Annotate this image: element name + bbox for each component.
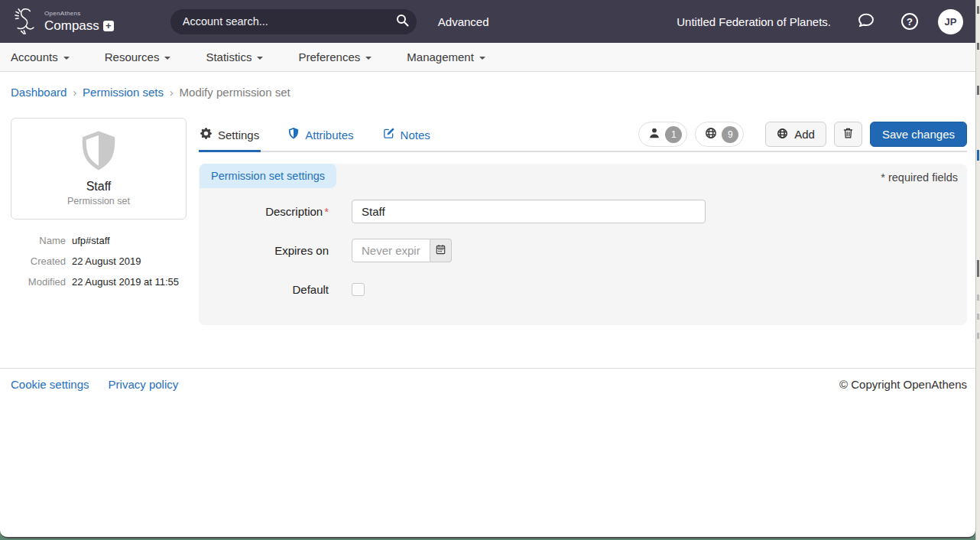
nav-item-statistics[interactable]: Statistics	[206, 50, 263, 63]
user-avatar[interactable]: JP	[938, 9, 963, 34]
meta-row-created: Created 22 August 2019	[11, 255, 187, 267]
tab-attributes[interactable]: Attributes	[287, 121, 355, 152]
breadcrumb-separator-icon: ›	[73, 86, 76, 99]
permission-set-settings-panel: Permission set settings * required field…	[199, 164, 967, 325]
accounts-count-badge: 1	[665, 126, 682, 143]
tab-attributes-label: Attributes	[305, 128, 353, 142]
chevron-down-icon	[365, 57, 372, 60]
breadcrumb-current: Modify permission set	[180, 86, 290, 99]
person-icon	[648, 127, 660, 142]
tab-notes[interactable]: Notes	[381, 121, 432, 152]
add-button-label: Add	[794, 128, 815, 141]
tab-notes-label: Notes	[401, 128, 430, 142]
chevron-down-icon	[164, 57, 170, 60]
search-icon	[396, 18, 409, 29]
nav-item-accounts[interactable]: Accounts	[11, 50, 70, 63]
globe-icon	[777, 128, 788, 142]
trash-icon	[842, 127, 854, 142]
delete-button[interactable]	[834, 122, 862, 147]
permission-set-meta: Name ufp#staff Created 22 August 2019 Mo…	[11, 235, 187, 288]
description-label: Description*	[199, 205, 329, 218]
save-changes-label: Save changes	[882, 128, 955, 141]
cookie-settings-link[interactable]: Cookie settings	[11, 378, 89, 391]
background-window-edge	[975, 0, 980, 540]
default-checkbox[interactable]	[352, 283, 365, 296]
chevron-down-icon	[479, 57, 485, 60]
description-row: Description*	[199, 200, 967, 223]
breadcrumb-dashboard[interactable]: Dashboard	[11, 86, 67, 99]
feedback-button[interactable]	[857, 12, 875, 31]
tab-settings[interactable]: Settings	[199, 121, 261, 152]
help-icon: ?	[901, 13, 918, 30]
main-nav: Accounts Resources Statistics Preference…	[0, 43, 975, 72]
panel-tab-permission-set-settings[interactable]: Permission set settings	[200, 164, 336, 188]
plus-badge-icon: +	[103, 21, 114, 31]
default-row: Default	[199, 278, 967, 301]
account-search-input[interactable]	[170, 9, 417, 34]
permission-set-summary: Staff Permission set Name ufp#staff Crea…	[11, 118, 187, 297]
add-button[interactable]: Add	[765, 122, 826, 147]
permission-set-card: Staff Permission set	[11, 118, 187, 220]
expires-on-input[interactable]	[352, 239, 430, 262]
meta-row-name: Name ufp#staff	[11, 235, 187, 246]
copyright-text: © Copyright OpenAthens	[839, 378, 967, 391]
openathens-compass-logo[interactable]: OpenAthens Compass +	[12, 5, 114, 37]
organisation-name: Untitled Federation of Planets.	[677, 15, 831, 28]
accounts-count-pill[interactable]: 1	[638, 122, 687, 147]
calendar-icon	[436, 244, 446, 257]
footer: Cookie settings Privacy policy © Copyrig…	[0, 368, 975, 391]
logo-text: OpenAthens Compass +	[44, 11, 114, 32]
permission-set-title: Staff	[11, 180, 186, 194]
gear-icon	[200, 128, 212, 142]
pencil-square-icon	[383, 128, 394, 142]
tab-settings-label: Settings	[218, 128, 259, 142]
nav-item-resources[interactable]: Resources	[105, 50, 171, 63]
search-button[interactable]	[392, 11, 414, 32]
app-window: OpenAthens Compass + Advanced Untitl	[0, 0, 975, 538]
nav-item-preferences[interactable]: Preferences	[298, 50, 372, 63]
privacy-policy-link[interactable]: Privacy policy	[109, 378, 179, 391]
main-content: Settings Attributes	[199, 121, 967, 325]
advanced-search-link[interactable]: Advanced	[438, 15, 489, 28]
required-star: *	[324, 205, 329, 218]
breadcrumb-separator-icon: ›	[170, 86, 174, 99]
top-bar: OpenAthens Compass + Advanced Untitl	[0, 0, 975, 43]
resources-count-pill[interactable]: 9	[695, 122, 744, 147]
default-label: Default	[199, 283, 329, 296]
chevron-down-icon	[63, 57, 70, 60]
shield-half-icon	[288, 128, 299, 142]
permission-set-subtitle: Permission set	[11, 196, 186, 207]
required-fields-note: * required fields	[881, 171, 958, 184]
resources-count-badge: 9	[722, 126, 738, 143]
date-picker-button[interactable]	[430, 239, 452, 262]
chat-bubble-icon	[857, 12, 875, 31]
content-header: Settings Attributes	[199, 121, 967, 152]
breadcrumb: Dashboard › Permission sets › Modify per…	[11, 86, 290, 99]
nav-item-management[interactable]: Management	[407, 50, 485, 63]
chevron-down-icon	[257, 57, 263, 60]
breadcrumb-permission-sets[interactable]: Permission sets	[83, 86, 164, 99]
expires-on-row: Expires on	[199, 239, 967, 262]
action-buttons: 1 9	[638, 122, 967, 147]
description-input[interactable]	[352, 200, 706, 223]
logo-brand-large: Compass	[44, 19, 99, 32]
expires-on-label: Expires on	[199, 244, 329, 257]
help-button[interactable]: ?	[901, 13, 918, 30]
meta-row-modified: Modified 22 August 2019 at 11:55	[11, 276, 187, 288]
account-search	[170, 9, 417, 34]
globe-icon	[705, 127, 717, 142]
swan-logo-icon	[12, 5, 40, 37]
save-changes-button[interactable]: Save changes	[870, 122, 967, 147]
logo-brand-small: OpenAthens	[44, 11, 114, 17]
shield-icon	[80, 161, 118, 174]
